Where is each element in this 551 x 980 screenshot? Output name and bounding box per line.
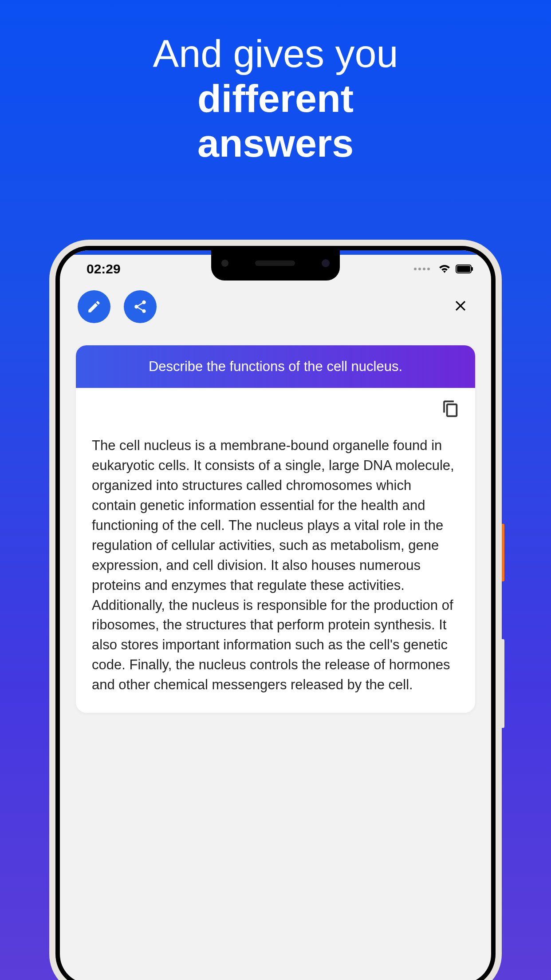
status-time: 02:29	[87, 261, 121, 277]
phone-power-button	[502, 524, 504, 581]
battery-icon	[456, 265, 473, 273]
share-button[interactable]	[124, 290, 157, 323]
notch-camera-icon	[221, 260, 228, 267]
svg-rect-1	[457, 266, 470, 272]
pencil-icon	[87, 299, 102, 314]
promo-headline: And gives you different answers	[0, 0, 551, 166]
close-icon	[452, 297, 469, 314]
promo-line-2: different	[0, 76, 551, 121]
toolbar	[60, 281, 491, 336]
signal-dots-icon	[414, 268, 430, 270]
svg-rect-2	[472, 267, 473, 271]
phone-frame: 02:29	[49, 240, 502, 980]
toolbar-left	[78, 290, 157, 323]
share-icon	[133, 299, 148, 314]
phone-notch	[211, 246, 340, 281]
status-icons	[414, 264, 473, 274]
phone-volume-button	[502, 639, 504, 728]
prompt-header: Describe the functions of the cell nucle…	[76, 345, 475, 388]
card-actions	[76, 388, 475, 427]
phone-bezel: 02:29	[55, 246, 496, 980]
answer-text: The cell nucleus is a membrane-bound org…	[76, 427, 475, 713]
phone-screen: 02:29	[60, 250, 491, 980]
promo-line-3: answers	[0, 121, 551, 166]
close-button[interactable]	[448, 293, 473, 320]
notch-sensor-icon	[322, 259, 330, 267]
edit-button[interactable]	[78, 290, 110, 323]
answer-card: Describe the functions of the cell nucle…	[76, 345, 475, 713]
promo-line-1: And gives you	[0, 31, 551, 76]
wifi-icon	[438, 264, 451, 274]
copy-button[interactable]	[440, 397, 462, 423]
notch-speaker-icon	[255, 261, 295, 266]
copy-icon	[442, 399, 460, 419]
